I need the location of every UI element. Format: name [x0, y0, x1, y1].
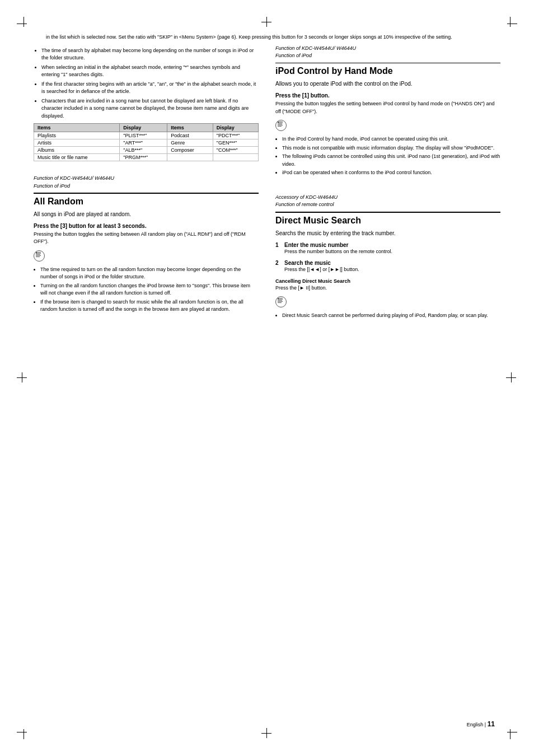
step-1: 1 Enter the music number Press the numbe…	[275, 242, 500, 256]
bullet-item-1: The time of search by alphabet may becom…	[41, 47, 259, 62]
cancelling-body: Press the [► II] button.	[275, 284, 500, 292]
right-column: Function of KDC-W4544U/ W4644U Function …	[275, 45, 500, 321]
intro-bullet-list: The time of search by alphabet may becom…	[41, 47, 259, 120]
svg-rect-0	[36, 252, 37, 253]
direct-music-section: Accessory of KDC-W4644U Function of remo…	[275, 194, 500, 320]
bullet-item-4: Characters that are included in a song n…	[41, 97, 259, 120]
all-random-subtitle: All songs in iPod are played at random.	[34, 210, 259, 218]
all-random-note-icon-block	[34, 248, 259, 264]
direct-music-steps: 1 Enter the music number Press the numbe…	[275, 242, 500, 274]
table-cell	[213, 154, 258, 161]
table-header-items-1: Items	[34, 124, 120, 132]
step-2-title: Search the music	[284, 260, 359, 266]
direct-bullet-1: Direct Music Search cannot be performed …	[282, 312, 500, 320]
svg-rect-20	[278, 298, 279, 299]
left-column: The time of search by alphabet may becom…	[34, 45, 259, 321]
svg-rect-23	[279, 300, 282, 301]
all-random-press-header: Press the [3] button for at least 3 seco…	[34, 223, 259, 229]
svg-rect-1	[37, 252, 41, 253]
all-random-divider	[34, 193, 259, 194]
all-random-bullet-2: Turning on the all random function chang…	[40, 282, 259, 297]
all-random-title: All Random	[34, 196, 259, 207]
table-row: Playlists "PLIST***" Podcast "PDCT***"	[34, 132, 259, 139]
svg-rect-11	[279, 122, 283, 122]
table-cell: Playlists	[34, 132, 120, 139]
table-cell: Music title or file name	[34, 154, 120, 161]
table-cell	[167, 154, 213, 161]
svg-rect-13	[279, 124, 282, 124]
direct-function-label-2: Function of remote control	[275, 201, 500, 208]
ipod-bullet-2: This mode is not compatible with music i…	[282, 144, 500, 152]
intro-text: in the list which is selected now. Set t…	[34, 34, 500, 41]
svg-rect-10	[278, 122, 279, 123]
footer-language: English	[467, 722, 484, 727]
step-1-body: Press the number buttons on the remote c…	[284, 248, 392, 256]
svg-rect-18	[279, 125, 283, 125]
all-random-bullet-1: The time required to turn on the all ran…	[40, 266, 259, 281]
ipod-press-body: Pressing the button toggles the setting …	[275, 100, 500, 115]
ipod-function-label-2: Function of iPod	[275, 52, 500, 59]
table-row: Artists "ART***" Genre "GEN***"	[34, 139, 259, 147]
direct-music-title: Direct Music Search	[275, 215, 500, 226]
step-1-title: Enter the music number	[284, 242, 392, 248]
svg-rect-6	[36, 255, 37, 256]
table-header-items-2: Items	[167, 124, 213, 132]
direct-note-icon-block	[275, 294, 500, 310]
table-cell: Composer	[167, 147, 213, 154]
direct-function-label-1: Accessory of KDC-W4644U	[275, 194, 500, 201]
all-random-bullet-3: If the browse item is changed to search …	[40, 298, 259, 314]
step-1-content: Enter the music number Press the number …	[284, 242, 392, 256]
svg-rect-25	[278, 300, 279, 301]
all-random-bullets: The time required to turn on the all ran…	[40, 266, 259, 314]
table-cell: "PLIST***"	[120, 132, 167, 139]
browse-table-wrapper: Items Display Items Display Playlists "P…	[34, 123, 259, 161]
svg-rect-14	[278, 123, 279, 123]
all-random-press-body: Pressing the button toggles the setting …	[34, 231, 259, 246]
table-cell: "PRGM***"	[120, 154, 167, 161]
cancelling-title: Cancelling Direct Music Search	[275, 278, 500, 284]
ipod-function-label-1: Function of KDC-W4544U/ W4644U	[275, 45, 500, 52]
cancelling-block: Cancelling Direct Music Search Press the…	[275, 278, 500, 292]
step-2-content: Search the music Press the [|◄◄] or [►►|…	[284, 260, 359, 274]
ipod-bullet-1: In the iPod Control by hand mode, iPod c…	[282, 136, 500, 143]
ipod-control-title: iPod Control by Hand Mode	[275, 66, 500, 76]
ipod-divider	[275, 63, 500, 64]
table-cell: Artists	[34, 139, 120, 147]
direct-note-bullets: Direct Music Search cannot be performed …	[282, 312, 500, 320]
table-cell: "ART***"	[120, 139, 167, 147]
step-1-num: 1	[275, 242, 281, 256]
table-cell: "GEN***"	[213, 139, 258, 147]
svg-rect-12	[279, 123, 283, 123]
step-2: 2 Search the music Press the [|◄◄] or [►…	[275, 260, 500, 274]
table-cell: Albums	[34, 147, 120, 154]
svg-rect-24	[278, 299, 279, 300]
svg-rect-28	[279, 301, 283, 302]
svg-rect-9	[37, 256, 40, 257]
table-header-display-1: Display	[120, 124, 167, 132]
svg-rect-21	[279, 298, 283, 298]
table-cell: Podcast	[167, 132, 213, 139]
table-cell: "COM***"	[213, 147, 258, 154]
step-2-num: 2	[275, 260, 281, 274]
table-cell: "ALB***"	[120, 147, 167, 154]
svg-rect-5	[36, 254, 37, 255]
svg-rect-3	[37, 254, 40, 255]
svg-rect-27	[278, 302, 279, 303]
direct-music-subtitle: Searchs the music by entering the track …	[275, 229, 500, 237]
svg-rect-7	[36, 256, 37, 257]
svg-rect-26	[278, 301, 279, 302]
note-icon-allrandom	[34, 250, 45, 262]
svg-rect-22	[279, 299, 283, 300]
table-cell: Genre	[167, 139, 213, 147]
all-random-function-label-2: Function of iPod	[34, 183, 259, 190]
browse-table: Items Display Items Display Playlists "P…	[34, 123, 259, 161]
ipod-bullet-3: The following iPods cannot be controlled…	[282, 153, 500, 168]
two-column-layout: The time of search by alphabet may becom…	[34, 45, 500, 321]
direct-divider	[275, 212, 500, 213]
ipod-control-subtitle: Allows you to operate iPod with the cont…	[275, 80, 500, 88]
note-icon-direct	[275, 296, 287, 307]
bullet-item-3: If the first character string begins wit…	[41, 81, 259, 96]
table-row: Albums "ALB***" Composer "COM***"	[34, 147, 259, 154]
ipod-bullet-4: iPod can be operated when it conforms to…	[282, 169, 500, 177]
table-header-display-2: Display	[213, 124, 258, 132]
